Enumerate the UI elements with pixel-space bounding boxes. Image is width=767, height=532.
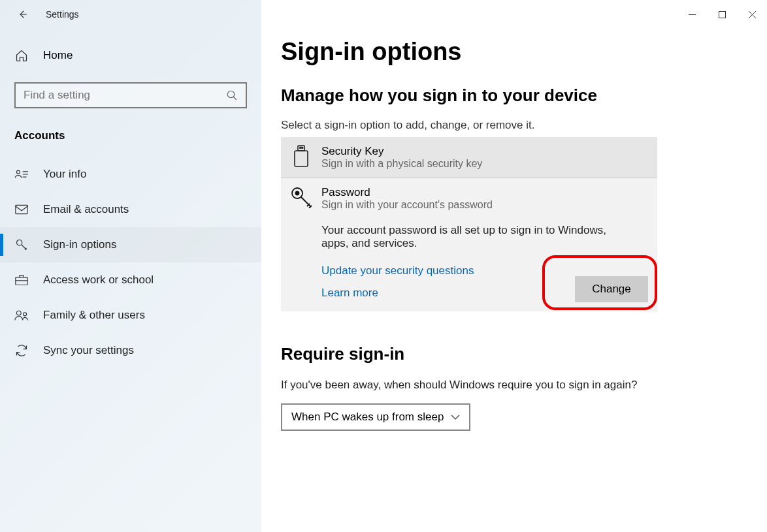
section-manage-heading: Manage how you sign in to your device	[281, 86, 747, 106]
svg-rect-11	[302, 148, 303, 149]
option-body-text: Your account password is all set up to s…	[321, 224, 622, 250]
svg-rect-0	[719, 11, 725, 18]
close-button[interactable]	[737, 4, 767, 25]
sidebar-item-your-info[interactable]: Your info	[0, 157, 261, 192]
sidebar-item-label: Your info	[43, 168, 86, 181]
option-title: Security Key	[321, 145, 648, 158]
sidebar-item-sync-settings[interactable]: Sync your settings	[0, 333, 261, 368]
svg-rect-3	[16, 205, 27, 213]
svg-point-1	[227, 91, 235, 98]
sidebar-item-label: Sign-in options	[43, 238, 116, 251]
svg-rect-9	[295, 151, 308, 166]
people-icon	[14, 308, 29, 322]
search-input[interactable]	[24, 89, 226, 102]
option-title: Password	[321, 186, 648, 199]
svg-point-2	[17, 170, 20, 174]
maximize-button[interactable]	[707, 4, 737, 25]
sidebar-section-heading: Accounts	[0, 123, 261, 157]
option-subtitle: Sign in with a physical security key	[321, 158, 648, 170]
svg-point-4	[17, 240, 22, 245]
sidebar-home-label: Home	[43, 49, 73, 62]
usb-key-icon	[290, 145, 312, 167]
link-update-security-questions[interactable]: Update your security questions	[321, 264, 474, 277]
title-bar: Settings	[0, 0, 767, 29]
require-signin-dropdown[interactable]: When PC wakes up from sleep	[281, 403, 470, 431]
mail-icon	[14, 202, 29, 217]
section-lead-text: Select a sign-in option to add, change, …	[281, 119, 747, 132]
sidebar-item-label: Sync your settings	[43, 344, 134, 357]
key-icon	[14, 238, 29, 252]
person-card-icon	[14, 167, 29, 181]
option-subtitle: Sign in with your account's password	[321, 199, 648, 211]
svg-rect-5	[16, 277, 27, 285]
svg-rect-10	[300, 148, 301, 149]
sync-icon	[14, 343, 29, 358]
search-box[interactable]	[14, 82, 247, 108]
home-icon	[14, 48, 29, 63]
dropdown-value: When PC wakes up from sleep	[291, 411, 444, 424]
svg-point-13	[296, 192, 299, 195]
sidebar-item-family-users[interactable]: Family & other users	[0, 298, 261, 333]
page-title: Sign-in options	[281, 38, 747, 66]
back-button[interactable]	[14, 7, 30, 22]
sidebar-item-label: Family & other users	[43, 309, 145, 322]
chevron-down-icon	[451, 414, 460, 420]
briefcase-icon	[14, 273, 29, 287]
sidebar: Home Accounts Your info Email & accounts	[0, 0, 261, 532]
window-title: Settings	[46, 9, 79, 20]
minimize-button[interactable]	[677, 4, 707, 25]
svg-point-6	[16, 311, 21, 315]
svg-point-7	[24, 313, 27, 316]
section-require-heading: Require sign-in	[281, 344, 747, 364]
sidebar-item-label: Access work or school	[43, 274, 154, 287]
sidebar-item-sign-in-options[interactable]: Sign-in options	[0, 227, 261, 262]
option-password: Password Sign in with your account's pas…	[281, 178, 657, 311]
option-password-header[interactable]: Password Sign in with your account's pas…	[281, 178, 657, 219]
sidebar-item-label: Email & accounts	[43, 203, 129, 216]
change-button[interactable]: Change	[575, 276, 648, 302]
main-content: Sign-in options Manage how you sign in t…	[261, 0, 767, 532]
key-large-icon	[290, 186, 312, 208]
sidebar-home[interactable]: Home	[0, 39, 261, 72]
sidebar-item-access-work-school[interactable]: Access work or school	[0, 262, 261, 298]
sidebar-item-email-accounts[interactable]: Email & accounts	[0, 192, 261, 227]
search-icon	[226, 89, 238, 101]
require-signin-text: If you've been away, when should Windows…	[281, 379, 747, 392]
option-security-key[interactable]: Security Key Sign in with a physical sec…	[281, 137, 657, 178]
